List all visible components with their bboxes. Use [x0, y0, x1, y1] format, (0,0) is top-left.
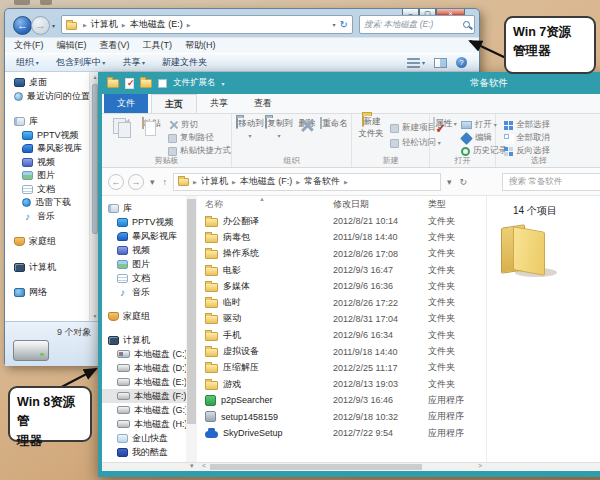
copy-to-button[interactable]: 复制到 [265, 118, 293, 140]
forward-button[interactable]: → [31, 16, 50, 35]
sidebar-item-documents[interactable]: 文档 [5, 183, 89, 197]
sidebar-item-pptv[interactable]: PPTV视频 [5, 129, 89, 143]
select-all-button[interactable]: 全部选择 [504, 119, 550, 131]
new-folder-button[interactable]: 新建 文件夹 [354, 116, 388, 140]
copy-path-button[interactable]: 复制路径 [168, 132, 214, 144]
breadcrumb-item[interactable]: 本地磁盘 (F:) [228, 175, 292, 188]
scroll-right-icon[interactable]: > [478, 462, 482, 469]
sidebar-item-homegroup[interactable]: 家庭组 [5, 235, 89, 249]
help-icon[interactable]: ? [456, 57, 467, 68]
scrollbar-thumb[interactable] [210, 464, 422, 470]
file-row[interactable]: 多媒体2012/9/6 16:36文件夹 [197, 278, 486, 294]
properties-button[interactable]: 属性 [433, 118, 457, 130]
folder-icon[interactable] [107, 79, 119, 88]
up-button[interactable]: ↑ [161, 177, 170, 187]
file-row[interactable]: 临时2012/8/26 17:22文件夹 [197, 294, 486, 310]
file-row[interactable]: 操作系统2012/8/26 17:08文件夹 [197, 246, 486, 262]
sidebar-item-pictures[interactable]: 图片 [5, 169, 89, 183]
sidebar-item-music[interactable]: 音乐 [102, 285, 186, 299]
properties-check-icon[interactable] [125, 78, 134, 89]
sidebar-item-thunder[interactable]: 迅雷下载 [5, 196, 89, 210]
column-header-date[interactable]: 修改日期 [327, 198, 423, 211]
breadcrumb-item[interactable]: 计算机 [79, 18, 118, 31]
move-to-button[interactable]: 移动到 [236, 118, 264, 140]
preview-pane-icon[interactable] [434, 58, 447, 68]
rename-button[interactable]: 重命名 [320, 118, 348, 130]
cut-button[interactable]: 剪切 [168, 119, 198, 131]
column-header-type[interactable]: 类型 [423, 198, 483, 211]
sidebar-item-drive-c[interactable]: 本地磁盘 (C:) [102, 347, 186, 361]
checkbox[interactable] [158, 79, 167, 88]
include-in-library-button[interactable]: 包含到库中 [56, 56, 106, 69]
search-input[interactable]: 搜索 本地磁盘 (E:) [359, 15, 475, 34]
share-button[interactable]: 共享 [122, 56, 145, 69]
file-row[interactable]: 手机2012/9/6 16:34文件夹 [197, 327, 486, 343]
file-row[interactable]: 电影2012/9/3 16:47文件夹 [197, 262, 486, 278]
search-icon[interactable] [463, 21, 470, 28]
tab-view[interactable]: 查看 [241, 94, 285, 113]
tab-file[interactable]: 文件 [104, 93, 148, 113]
file-row[interactable]: 病毒包2011/9/18 14:40文件夹 [197, 229, 486, 245]
sidebar-item-libraries[interactable]: 库 [5, 115, 89, 129]
file-row[interactable]: p2pSearcher2012/9/3 16:46应用程序 [197, 392, 486, 408]
scrollbar-thumb[interactable] [187, 199, 196, 424]
sidebar-item-kupan[interactable]: 我的酷盘 [102, 445, 186, 459]
menu-help[interactable]: 帮助(H) [185, 39, 216, 52]
chevron-down-icon[interactable]: ▾ [222, 80, 225, 87]
tab-home[interactable]: 主页 [151, 94, 197, 113]
sidebar-item-storm[interactable]: 暴风影视库 [5, 142, 89, 156]
breadcrumb-item[interactable]: 本地磁盘 (E:) [118, 18, 183, 31]
menu-view[interactable]: 查看(V) [100, 39, 130, 52]
address-dropdown-icon[interactable]: ▾ [445, 177, 454, 187]
scroll-left-icon[interactable]: < [202, 462, 206, 469]
file-row[interactable]: 虚拟设备2011/9/18 14:40文件夹 [197, 343, 486, 359]
breadcrumb-item[interactable]: 常备软件 [292, 175, 340, 188]
paste-button[interactable]: 粘贴 [138, 118, 164, 130]
file-row[interactable]: 压缩解压2012/2/25 11:17文件夹 [197, 360, 486, 376]
sidebar-item-network[interactable]: 网络 [5, 286, 89, 300]
address-field[interactable]: 计算机本地磁盘 (F:)常备软件 [173, 173, 441, 191]
delete-button[interactable]: 删除 [295, 118, 319, 130]
sidebar-item-pptv[interactable]: PPTV视频 [102, 215, 186, 229]
select-none-button[interactable]: 全部取消 [504, 132, 550, 144]
sidebar-item-homegroup[interactable]: 家庭组 [102, 309, 186, 323]
file-row[interactable]: setup14581592012/9/18 10:32应用程序 [197, 409, 486, 425]
sidebar-item-recent[interactable]: 最近访问的位置 [5, 90, 89, 104]
sidebar-item-videos[interactable]: 视频 [102, 243, 186, 257]
scroll-down-icon[interactable]: ▾ [190, 462, 194, 470]
search-input[interactable]: 搜索 常备软件 [502, 173, 600, 191]
sidebar-item-drive-e[interactable]: 本地磁盘 (E:) [102, 375, 186, 389]
file-row[interactable]: 办公翻译2012/8/21 10:14文件夹 [197, 213, 486, 229]
sidebar-item-drive-d[interactable]: 本地磁盘 (D:) [102, 361, 186, 375]
sidebar-item-computer[interactable]: 计算机 [102, 333, 186, 347]
horizontal-scrollbar[interactable]: ▾ < > [102, 462, 600, 471]
sidebar-item-storm[interactable]: 暴风影视库 [102, 229, 186, 243]
menu-edit[interactable]: 编辑(E) [57, 39, 87, 52]
recent-pages-dropdown[interactable]: ▾ [52, 22, 55, 29]
organize-button[interactable]: 组织 [16, 56, 39, 69]
sidebar-item-drive-h[interactable]: 本地磁盘 (H:) [102, 417, 186, 431]
sidebar-scrollbar[interactable] [186, 196, 197, 462]
sidebar-item-kuaipan[interactable]: 金山快盘 [102, 431, 186, 445]
file-row[interactable]: 游戏2012/8/13 19:03文件夹 [197, 376, 486, 392]
refresh-icon[interactable]: ↻ [340, 20, 348, 30]
sidebar-item-drive-g[interactable]: 本地磁盘 (G:) [102, 403, 186, 417]
menu-file[interactable]: 文件(F) [14, 39, 44, 52]
copy-button[interactable]: 复制 [108, 118, 134, 130]
sidebar-item-pictures[interactable]: 图片 [102, 257, 186, 271]
sidebar-item-drive-f[interactable]: 本地磁盘 (F:) [102, 389, 186, 403]
sidebar-item-documents[interactable]: 文档 [102, 271, 186, 285]
address-bar[interactable]: 计算机本地磁盘 (E:) ▾ ↻ [61, 15, 353, 34]
recent-pages-dropdown[interactable]: ▾ [148, 177, 157, 187]
edit-button[interactable]: 编辑 [461, 132, 492, 144]
sidebar-item-computer[interactable]: 计算机 [5, 261, 89, 275]
new-folder-icon[interactable] [140, 79, 152, 88]
file-row[interactable]: 驱动2012/8/31 17:04文件夹 [197, 311, 486, 327]
refresh-icon[interactable]: ↻ [458, 177, 470, 187]
file-row[interactable]: SkyDriveSetup2012/7/22 9:54应用程序 [197, 425, 486, 441]
address-dropdown-icon[interactable]: ▾ [333, 21, 336, 28]
back-button[interactable]: ← [108, 174, 124, 190]
open-button[interactable]: 打开 [461, 119, 497, 131]
new-folder-button[interactable]: 新建文件夹 [162, 56, 207, 69]
sidebar-item-videos[interactable]: 视频 [5, 156, 89, 170]
